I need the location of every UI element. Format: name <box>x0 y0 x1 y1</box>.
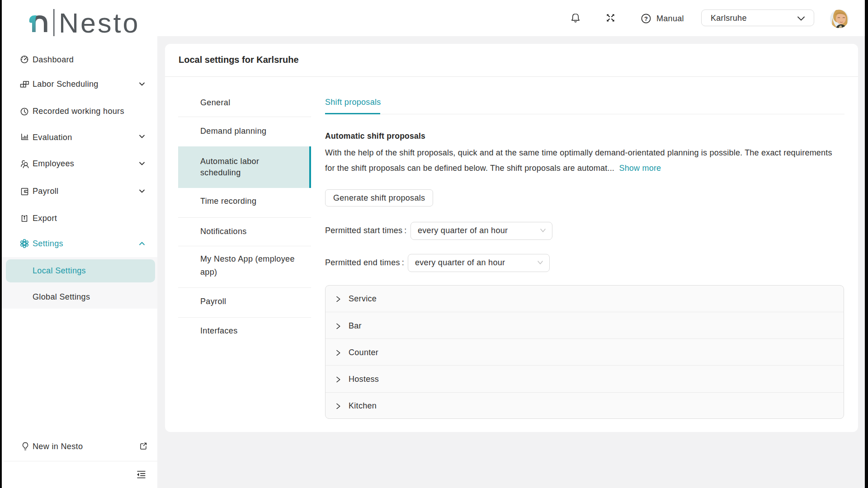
svg-text:?: ? <box>644 15 648 22</box>
